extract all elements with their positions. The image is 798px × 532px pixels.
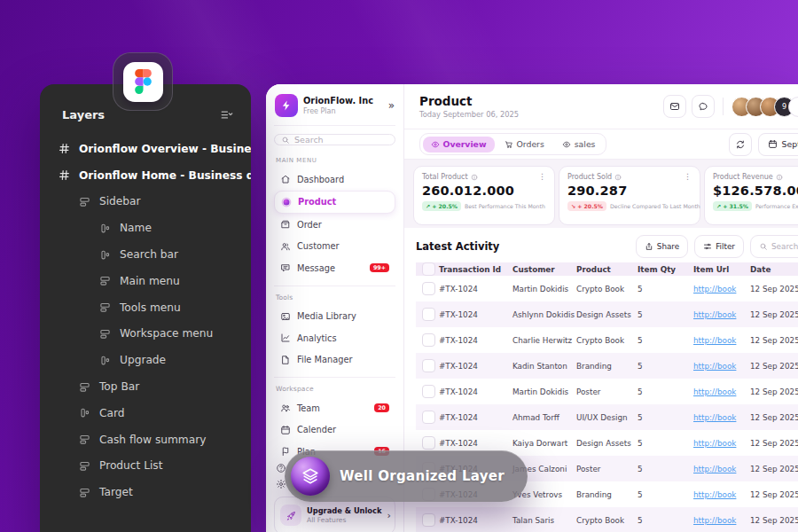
cell-transaction-id: #TX-1024	[439, 336, 512, 345]
date-picker-button[interactable]: September	[758, 133, 798, 156]
tab[interactable]: Overview	[423, 137, 495, 153]
search-icon	[281, 136, 290, 145]
col-item-qty[interactable]: Item Qty	[638, 265, 693, 274]
row-checkbox[interactable]	[422, 282, 435, 295]
table-row[interactable]: #TX-1024 Martin Dokidis Crypto Book 5 ht…	[416, 276, 798, 301]
layer-type-icon	[59, 143, 70, 154]
layer-row[interactable]: Sidebar	[40, 189, 251, 215]
layer-row[interactable]: Cash flow summary	[40, 426, 251, 453]
cell-item-url-link[interactable]: http://book	[693, 336, 750, 345]
table-row[interactable]: #TX-1024 Charlie Herwitz Crypto Book 5 h…	[416, 327, 798, 353]
col-item-url[interactable]: Item Url	[693, 265, 750, 274]
layer-type-icon	[59, 169, 70, 181]
layer-row[interactable]: Upgrade	[40, 347, 251, 373]
cell-date: 12 Sep 2025	[750, 490, 798, 499]
col-date[interactable]: Date	[750, 265, 798, 274]
mail-button[interactable]	[663, 95, 686, 118]
sidebar-menu-item[interactable]: File Manager	[274, 349, 395, 372]
row-checkbox[interactable]	[422, 308, 435, 321]
row-checkbox[interactable]	[422, 333, 435, 347]
sidebar-menu-item[interactable]: Team 20	[274, 397, 395, 419]
layer-row[interactable]: Name	[40, 215, 251, 241]
layer-type-icon	[99, 355, 111, 366]
sidebar-menu-item[interactable]: Dashboard	[274, 168, 395, 191]
trend-arrow-icon	[571, 203, 575, 209]
layer-row[interactable]: Product List	[40, 453, 251, 480]
row-checkbox[interactable]	[422, 385, 435, 398]
layer-label: Product List	[99, 459, 162, 472]
row-checkbox[interactable]	[422, 436, 435, 450]
chevron-right-icon: ›	[387, 510, 391, 521]
sidebar-search-input[interactable]: Search	[274, 134, 395, 145]
cell-item-url-link[interactable]: http://book	[693, 310, 750, 319]
layer-row[interactable]: Orionflow Home - Business digital cm	[40, 162, 251, 189]
sidebar-collapse-icon[interactable]: »	[388, 99, 395, 112]
sidebar-menu-item[interactable]: Customer	[274, 236, 395, 258]
layer-row[interactable]: Main menu	[40, 268, 251, 294]
cell-item-url-link[interactable]: http://book	[693, 285, 750, 293]
sidebar-menu-item[interactable]: Media Library	[274, 306, 395, 328]
cell-item-qty: 5	[638, 336, 693, 345]
info-icon[interactable]	[614, 174, 622, 181]
rocket-icon	[286, 510, 297, 521]
tab[interactable]: sales	[554, 137, 604, 153]
row-checkbox[interactable]	[422, 513, 435, 527]
layer-row[interactable]: Workspace menu	[40, 321, 251, 348]
layer-type-icon	[79, 434, 90, 445]
tab[interactable]: Orders	[497, 137, 552, 153]
cell-item-url-link[interactable]: http://book	[693, 516, 750, 525]
layer-row[interactable]: Card	[40, 400, 251, 426]
calendar-icon	[768, 139, 778, 149]
avatar-stack[interactable]: 9	[732, 97, 798, 117]
cell-item-url-link[interactable]: http://book	[693, 387, 750, 396]
table-row[interactable]: #TX-1024 Ahmad Torff UI/UX Design 5 http…	[416, 404, 798, 430]
table-row[interactable]: #TX-1024 Talan Saris Crypto Book 5 http:…	[416, 507, 798, 532]
cell-item-url-link[interactable]: http://book	[693, 490, 750, 499]
sidebar-menu-item[interactable]: Product	[274, 191, 395, 215]
row-checkbox[interactable]	[422, 411, 435, 424]
cell-item-url-link[interactable]: http://book	[693, 465, 750, 473]
layer-row[interactable]: Orionflow Overview - Business digita	[40, 136, 251, 162]
stat-note: Decline Compared To Last Month	[610, 203, 700, 209]
sidebar-menu-item[interactable]: Message 99+	[274, 257, 395, 279]
trend-badge: + 20.5%	[567, 201, 606, 211]
cell-item-url-link[interactable]: http://book	[693, 362, 750, 371]
kebab-menu-icon[interactable]: ⋮	[538, 173, 546, 181]
info-icon[interactable]	[471, 174, 478, 181]
table-search-input[interactable]: Search	[750, 235, 798, 258]
refresh-icon	[735, 139, 746, 150]
org-switcher[interactable]: OrionFlow. Inc Free Plan »	[274, 93, 395, 126]
layer-row[interactable]: Search bar	[40, 241, 251, 268]
select-all-checkbox[interactable]	[422, 262, 435, 276]
sidebar-menu-item[interactable]: Order	[274, 214, 395, 236]
kebab-menu-icon[interactable]: ⋮	[684, 173, 692, 181]
cell-item-url-link[interactable]: http://book	[693, 439, 750, 448]
trend-arrow-icon	[716, 203, 721, 209]
cell-item-qty: 5	[638, 387, 693, 396]
layer-label: Cash flow summary	[99, 434, 206, 446]
cell-item-url-link[interactable]: http://book	[693, 413, 750, 422]
table-row[interactable]: #TX-1024 Ashlynn Dokidis Design Assets 5…	[416, 301, 798, 327]
row-checkbox[interactable]	[422, 359, 435, 372]
sidebar-menu-item[interactable]: Analytics	[274, 327, 395, 349]
tab-icon	[562, 140, 571, 149]
col-product[interactable]: Product	[576, 265, 638, 274]
col-customer[interactable]: Customer	[512, 265, 576, 274]
table-row[interactable]: #TX-1024 Kadin Stanton Branding 5 http:/…	[416, 353, 798, 379]
layer-label: Search bar	[120, 248, 178, 261]
cell-date: 12 Sep 2025	[750, 285, 798, 293]
share-button[interactable]: Share	[636, 235, 688, 258]
chat-button[interactable]	[692, 95, 715, 118]
table-row[interactable]: #TX-1024 Martin Dokidis Poster 5 http://…	[416, 379, 798, 404]
collapse-list-icon[interactable]	[220, 108, 233, 121]
filter-button[interactable]: Filter	[694, 235, 744, 258]
menu-item-icon	[280, 332, 291, 343]
layer-row[interactable]: Top Bar	[40, 373, 251, 400]
cell-customer: Talan Saris	[512, 516, 576, 525]
layer-row[interactable]: Tools menu	[40, 294, 251, 321]
col-transaction-id[interactable]: Transaction Id	[439, 265, 512, 274]
sidebar-menu-item[interactable]: Calender	[274, 419, 395, 442]
info-icon[interactable]	[776, 174, 783, 181]
refresh-button[interactable]	[729, 133, 752, 156]
layer-row[interactable]: Target	[40, 479, 251, 505]
